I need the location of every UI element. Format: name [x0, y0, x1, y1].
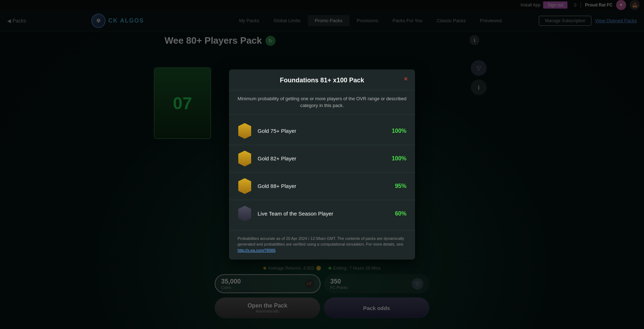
odds-pct-3: 60%: [395, 211, 406, 217]
modal-footer-link[interactable]: http://x.ea.com/78086: [238, 248, 275, 252]
odds-list: Gold 75+ Player 100% Gold 82+ Player 100…: [229, 115, 415, 230]
odds-pct-2: 95%: [395, 183, 406, 189]
odds-item-0: Gold 75+ Player 100%: [229, 117, 415, 145]
modal-close-button[interactable]: ×: [404, 75, 408, 82]
modal-header: Foundations 81+ x100 Pack ×: [229, 69, 415, 90]
badge-gold-82: [238, 150, 252, 167]
gold-badge-icon-2: [238, 151, 251, 166]
modal-overlay[interactable]: Foundations 81+ x100 Pack × Minimum prob…: [0, 0, 644, 329]
modal-footer: Probabilities accurate as of 20 Apr 2024…: [229, 230, 415, 260]
odds-pct-0: 100%: [392, 128, 406, 134]
odds-item-1: Gold 82+ Player 100%: [229, 145, 415, 173]
modal-footer-period: .: [275, 248, 277, 252]
modal-footer-text: Probabilities accurate as of 20 Apr 2024…: [238, 236, 404, 247]
odds-label-2: Gold 88+ Player: [258, 183, 389, 189]
odds-item-2: Gold 88+ Player 95%: [229, 173, 415, 200]
odds-pct-1: 100%: [392, 155, 406, 162]
badge-gold-88: [238, 178, 252, 195]
gold-badge-icon-3: [238, 178, 251, 194]
dark-badge-icon: [238, 206, 251, 222]
odds-item-3: Live Team of the Season Player 60%: [229, 200, 415, 227]
badge-tots: [238, 205, 252, 222]
badge-gold-75: [238, 122, 252, 140]
pack-odds-modal: Foundations 81+ x100 Pack × Minimum prob…: [229, 69, 415, 260]
gold-badge-icon: [238, 123, 251, 139]
modal-title: Foundations 81+ x100 Pack: [280, 77, 364, 84]
odds-label-3: Live Team of the Season Player: [258, 211, 389, 217]
odds-label-0: Gold 75+ Player: [258, 128, 386, 134]
odds-label-1: Gold 82+ Player: [258, 155, 386, 161]
modal-subtitle: Minimum probability of getting one or mo…: [229, 90, 415, 115]
